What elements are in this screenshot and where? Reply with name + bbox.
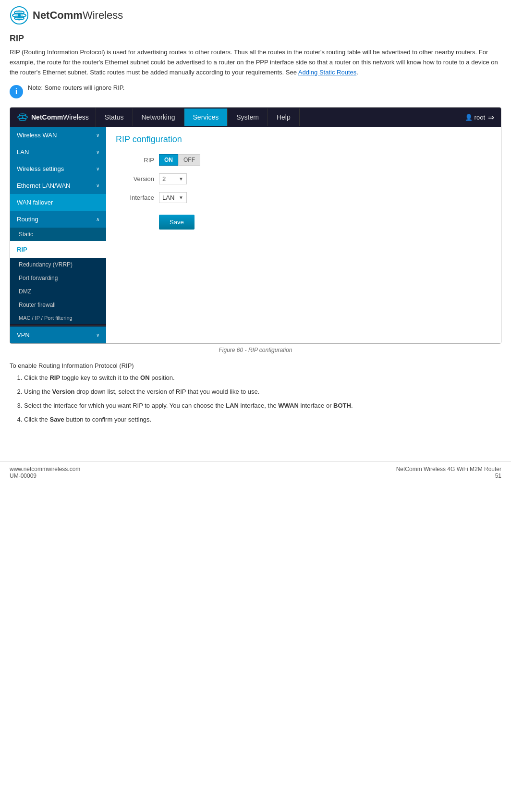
svg-point-8 [22, 117, 24, 119]
instruction-step-4: Click the Save button to confirm your se… [24, 415, 501, 425]
router-nav-items: Status Networking Services System Help [96, 109, 458, 126]
instruction-step-3: Select the interface for which you want … [24, 401, 501, 411]
rip-toggle-row: RIP ON OFF [116, 154, 491, 166]
rip-toggle-group: ON OFF [159, 154, 200, 166]
sidebar-item-mac-ip-port-filtering[interactable]: MAC / IP / Port filtering [10, 312, 106, 324]
nav-item-networking[interactable]: Networking [133, 109, 184, 126]
page-footer: www.netcommwireless.com UM-00009 NetComm… [0, 461, 511, 483]
nav-right: 👤 root ⇒ [458, 113, 501, 122]
interface-dropdown-arrow: ▼ [179, 195, 183, 200]
router-nav-logo: NetCommWireless [10, 108, 96, 127]
logo: NetCommWireless [10, 6, 123, 25]
svg-point-4 [18, 14, 21, 17]
sidebar-item-rip[interactable]: RIP [10, 241, 106, 258]
netcomm-logo-icon [10, 6, 29, 25]
sidebar-item-vpn[interactable]: VPN ∨ [10, 327, 106, 343]
interface-label: Interface [116, 194, 154, 201]
nav-item-system[interactable]: System [228, 109, 268, 126]
instructions-intro: To enable Routing Information Protocol (… [10, 362, 501, 369]
instruction-step-2: Using the Version drop down list, select… [24, 387, 501, 397]
sidebar-item-static[interactable]: Static [10, 228, 106, 241]
rip-off-button[interactable]: OFF [178, 154, 200, 166]
info-note-text: Note: Some routers will ignore RIP. [28, 84, 124, 91]
footer-product: NetComm Wireless 4G WiFi M2M Router [396, 466, 501, 473]
version-value: 2 [162, 175, 177, 182]
logout-icon[interactable]: ⇒ [488, 113, 494, 122]
chevron-icon: ∧ [96, 217, 99, 222]
rip-form-label: RIP [116, 157, 154, 164]
info-icon: i [10, 85, 23, 98]
chevron-icon: ∨ [96, 332, 99, 338]
rip-config-title: RIP configuration [116, 134, 491, 145]
nav-item-help[interactable]: Help [268, 109, 300, 126]
interface-row: Interface LAN ▼ [116, 192, 491, 203]
footer-left: www.netcommwireless.com UM-00009 [10, 466, 80, 479]
router-content: RIP configuration RIP ON OFF Version 2 ▼ [106, 127, 501, 343]
version-dropdown-arrow: ▼ [179, 176, 183, 182]
version-select[interactable]: 2 ▼ [159, 173, 187, 184]
sidebar-item-lan[interactable]: LAN ∨ [10, 144, 106, 160]
router-nav-logo-icon [17, 111, 28, 123]
sidebar-item-dmz[interactable]: DMZ [10, 285, 106, 298]
sidebar-item-wireless-settings[interactable]: Wireless settings ∨ [10, 160, 106, 177]
rip-heading: RIP [10, 34, 501, 44]
sidebar-item-wan-failover[interactable]: WAN failover [10, 194, 106, 211]
router-sidebar: Wireless WAN ∨ LAN ∨ Wireless settings ∨… [10, 127, 106, 343]
instruction-step-1: Click the RIP toggle key to switch it to… [24, 373, 501, 383]
nav-item-services[interactable]: Services [184, 109, 228, 126]
chevron-icon: ∨ [96, 183, 99, 188]
sidebar-item-port-forwarding[interactable]: Port forwarding [10, 271, 106, 285]
router-nav-bar: NetCommWireless Status Networking Servic… [10, 108, 501, 127]
footer-website: www.netcommwireless.com [10, 466, 80, 473]
nav-item-status[interactable]: Status [96, 109, 133, 126]
nav-user: 👤 root [465, 114, 485, 121]
adding-static-routes-link[interactable]: Adding Static Routes [298, 69, 356, 76]
user-icon: 👤 [465, 114, 473, 121]
svg-point-7 [19, 119, 26, 121]
info-box: i Note: Some routers will ignore RIP. [10, 84, 501, 98]
footer-right: NetComm Wireless 4G WiFi M2M Router 51 [396, 466, 501, 479]
instructions: To enable Routing Information Protocol (… [10, 362, 501, 424]
content-area: RIP RIP (Routing Information Protocol) i… [0, 29, 511, 442]
chevron-icon: ∨ [96, 166, 99, 171]
sidebar-item-router-firewall[interactable]: Router firewall [10, 298, 106, 312]
version-label: Version [116, 175, 154, 182]
sidebar-item-ethernet-lan-wan[interactable]: Ethernet LAN/WAN ∨ [10, 177, 106, 194]
sidebar-divider [10, 325, 106, 326]
chevron-icon: ∨ [96, 133, 99, 138]
sidebar-item-redundancy[interactable]: Redundancy (VRRP) [10, 258, 106, 271]
logo-text: NetCommWireless [33, 9, 123, 22]
figure-caption: Figure 60 - RIP configuration [10, 347, 501, 353]
version-row: Version 2 ▼ [116, 173, 491, 184]
sidebar-item-wireless-wan[interactable]: Wireless WAN ∨ [10, 127, 106, 144]
router-nav-logo-text: NetCommWireless [31, 113, 89, 121]
save-button[interactable]: Save [159, 215, 195, 230]
save-row: Save [116, 211, 491, 230]
chevron-icon: ∨ [96, 149, 99, 155]
rip-body-text: RIP (Routing Information Protocol) is us… [10, 48, 501, 77]
page-header: NetCommWireless [0, 0, 511, 29]
sidebar-item-routing[interactable]: Routing ∧ [10, 211, 106, 228]
rip-on-button[interactable]: ON [159, 154, 178, 166]
router-ui-screenshot: NetCommWireless Status Networking Servic… [10, 107, 501, 344]
footer-model: UM-00009 [10, 473, 80, 479]
interface-select[interactable]: LAN ▼ [159, 192, 187, 203]
footer-page: 51 [396, 473, 501, 479]
username: root [474, 114, 485, 121]
interface-value: LAN [162, 194, 177, 201]
router-main: Wireless WAN ∨ LAN ∨ Wireless settings ∨… [10, 127, 501, 343]
instructions-list: Click the RIP toggle key to switch it to… [24, 373, 501, 424]
